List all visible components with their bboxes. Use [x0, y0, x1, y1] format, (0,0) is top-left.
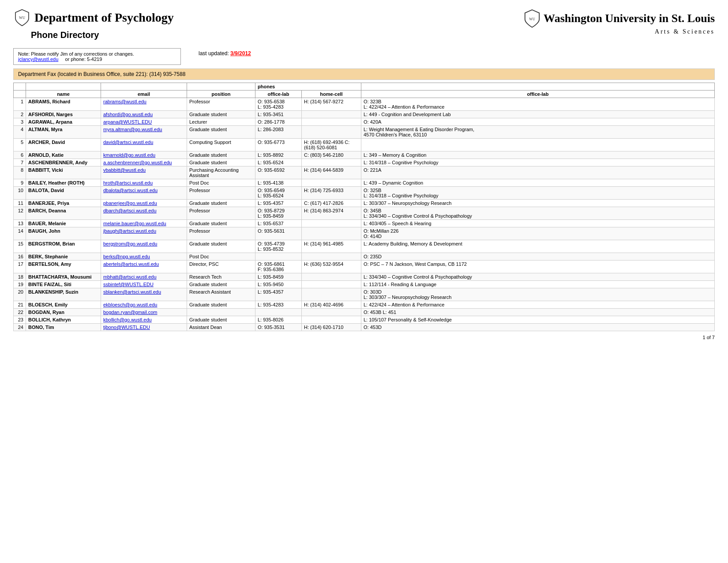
cell-phones-office: L: 935-3451: [255, 111, 302, 118]
cell-phones-office: L: 935-4357: [255, 288, 302, 301]
univ-logo: WU Washington University in St. Louis Ar…: [524, 9, 715, 35]
email-link[interactable]: afshordi@go.wustl.edu: [103, 112, 153, 117]
table-row: 10BALOTA, Daviddbalota@artsci.wustl.eduP…: [14, 187, 715, 200]
cell-num: 15: [14, 240, 26, 253]
cell-name: BAUER, Melanie: [26, 220, 101, 227]
email-link[interactable]: jbaugh@artsci.wustl.edu: [103, 228, 156, 234]
last-updated-date[interactable]: 3/9/2012: [230, 50, 251, 57]
cell-num: 14: [14, 227, 26, 240]
note-phone: or phone: 5-4219: [65, 57, 102, 62]
cell-num: 1: [14, 98, 26, 111]
table-row: 22BOGDAN, Ryanbogdan.ryan@gmail.comO: 45…: [14, 309, 715, 316]
cell-email: hroth@artsci.wustl.edu: [101, 179, 187, 187]
cell-name: AGRAWAL, Arpana: [26, 118, 101, 126]
cell-name: BERTELSON, Amy: [26, 261, 101, 273]
cell-office-lab: L: Academy Building, Memory & Developmen…: [361, 240, 715, 253]
cell-home-cell: [302, 253, 361, 261]
cell-position: Graduate student: [187, 151, 255, 159]
cell-phones-office: O: 935-6538 L: 935-4283: [255, 98, 302, 111]
univ-sub: Arts & Sciences: [655, 28, 715, 35]
cell-position: Research Tech: [187, 273, 255, 281]
cell-position: Professor: [187, 98, 255, 111]
email-link[interactable]: ekbloesch@go.wustl.edu: [103, 302, 157, 307]
cell-position: [187, 309, 255, 316]
cell-home-cell: [302, 316, 361, 324]
email-link[interactable]: dbalota@artsci.wustl.edu: [103, 188, 158, 193]
cell-position: Computing Support: [187, 139, 255, 151]
cell-num: 21: [14, 301, 26, 309]
cell-num: 18: [14, 273, 26, 281]
cell-position: Professor: [187, 207, 255, 220]
email-link[interactable]: bogdan.ryan@gmail.com: [103, 310, 157, 315]
cell-home-cell: [302, 220, 361, 227]
email-link[interactable]: berks@npg.wustl.edu: [103, 254, 150, 259]
cell-office-lab: O: 235D: [361, 253, 715, 261]
cell-phones-office: L: 935-4283: [255, 301, 302, 309]
cell-position: Graduate student: [187, 111, 255, 118]
table-row: 11BANERJEE, Priyapbanerjee@go.wustl.eduG…: [14, 200, 715, 207]
cell-num: 3: [14, 118, 26, 126]
email-link[interactable]: david@artsci.wustl.edu: [103, 140, 153, 145]
cell-num: 13: [14, 220, 26, 227]
svg-text:WU: WU: [529, 17, 535, 21]
page-number: 1 of 7: [13, 335, 715, 340]
info-section: Note: Please notify Jim of any correctio…: [13, 48, 715, 65]
univ-shield-icon: WU: [524, 9, 540, 28]
cell-home-cell: H: (314) 863-2974: [302, 207, 361, 220]
email-link[interactable]: hroth@artsci.wustl.edu: [103, 180, 153, 185]
email-link[interactable]: kmarnold@go.wustl.edu: [103, 152, 155, 158]
cell-email: sblanken@artsci.wustl.edu: [101, 288, 187, 301]
cell-email: kmarnold@go.wustl.edu: [101, 151, 187, 159]
cell-email: a.aschenbrenner@go.wustl.edu: [101, 159, 187, 166]
table-row: 24BONO, Timtjbono@WUSTL.EDUAssistant Dea…: [14, 324, 715, 331]
cell-name: ABRAMS, Richard: [26, 98, 101, 111]
email-link[interactable]: kbollich@go.wustl.edu: [103, 317, 152, 322]
cell-phones-office: O: 935-3531: [255, 324, 302, 331]
email-link[interactable]: pbanerjee@go.wustl.edu: [103, 200, 157, 206]
cell-position: Graduate student: [187, 159, 255, 166]
email-link[interactable]: arpana@WUSTL.EDU: [103, 119, 152, 125]
cell-position: Lecturer: [187, 118, 255, 126]
email-link[interactable]: rabrams@wustl.edu: [103, 99, 146, 104]
cell-phones-office: L: 935-9450: [255, 281, 302, 288]
th-empty2: [26, 83, 101, 91]
cell-num: 4: [14, 126, 26, 139]
th-position: position: [187, 91, 255, 98]
cell-email: kbollich@go.wustl.edu: [101, 316, 187, 324]
email-link[interactable]: sblanken@artsci.wustl.edu: [103, 289, 161, 295]
cell-name: BHATTACHARYA, Mousumi: [26, 273, 101, 281]
email-link[interactable]: bergstrom@go.wustl.edu: [103, 241, 157, 246]
last-updated: last updated: 3/9/2012: [199, 50, 251, 57]
email-link[interactable]: dbarch@artsci.wustl.edu: [103, 208, 157, 213]
table-row: 20BLANKENSHIP, Suzinsblanken@artsci.wust…: [14, 288, 715, 301]
cell-office-lab: O: 323B L: 422/424 – Attention & Perform…: [361, 98, 715, 111]
cell-num: 8: [14, 166, 26, 179]
table-row: 7ASCHENBRENNER, Andya.aschenbrenner@go.w…: [14, 159, 715, 166]
th-email: email: [101, 91, 187, 98]
cell-num: 11: [14, 200, 26, 207]
email-link[interactable]: mbhatt@artsci.wustl.edu: [103, 274, 157, 280]
note-email-link[interactable]: jclancy@wustl.edu: [18, 57, 58, 62]
table-row: 2AFSHORDI, Nargesafshordi@go.wustl.eduGr…: [14, 111, 715, 118]
directory-table: phones name email position office-lab ho…: [13, 83, 715, 331]
email-link[interactable]: myra.altman@go.wustl.edu: [103, 127, 162, 132]
email-link[interactable]: vbabbitt@wustl.edu: [103, 167, 146, 173]
phone-dir-title: Phone Directory: [31, 30, 174, 40]
cell-num: 24: [14, 324, 26, 331]
cell-office-lab: L: 403/405 – Speech & Hearing: [361, 220, 715, 227]
cell-num: 23: [14, 316, 26, 324]
cell-email: pbanerjee@go.wustl.edu: [101, 200, 187, 207]
th-name: name: [26, 91, 101, 98]
cell-num: 9: [14, 179, 26, 187]
cell-name: BANERJEE, Priya: [26, 200, 101, 207]
email-link[interactable]: tjbono@WUSTL.EDU: [103, 325, 150, 330]
email-link[interactable]: melanie.bauer@go.wustl.edu: [103, 221, 166, 226]
cell-name: BAILEY, Heather (ROTH): [26, 179, 101, 187]
email-link[interactable]: a.aschenbrenner@go.wustl.edu: [103, 160, 172, 165]
cell-office-lab: L: 349 – Memory & Cognition: [361, 151, 715, 159]
email-link[interactable]: abertels@artsci.wustl.edu: [103, 261, 159, 267]
phones-header: phones: [255, 83, 361, 91]
cell-phones-office: L: 935-6524: [255, 159, 302, 166]
th-empty1: [14, 83, 26, 91]
email-link[interactable]: ssbintef@WUSTL.EDU: [103, 282, 154, 287]
